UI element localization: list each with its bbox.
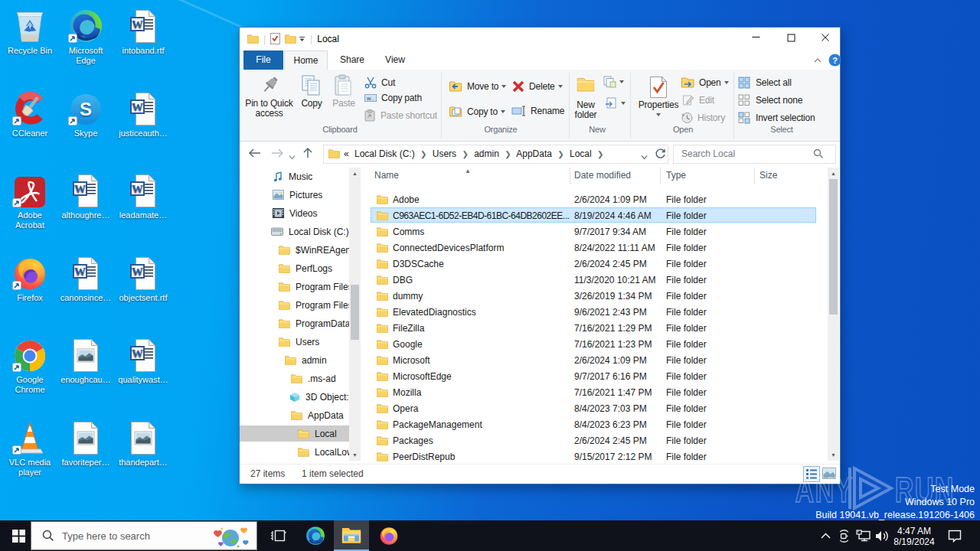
svg-text:W: W [132, 183, 143, 195]
svg-text:?: ? [832, 56, 838, 65]
svg-text:W: W [74, 183, 86, 195]
svg-text:W: W [132, 18, 143, 31]
svg-text:S: S [80, 99, 92, 119]
svg-text:W: W [74, 266, 86, 278]
svg-text:W: W [132, 266, 143, 278]
svg-text:W: W [132, 347, 143, 360]
svg-text:W...: W... [367, 96, 374, 101]
svg-text:W: W [132, 101, 143, 113]
